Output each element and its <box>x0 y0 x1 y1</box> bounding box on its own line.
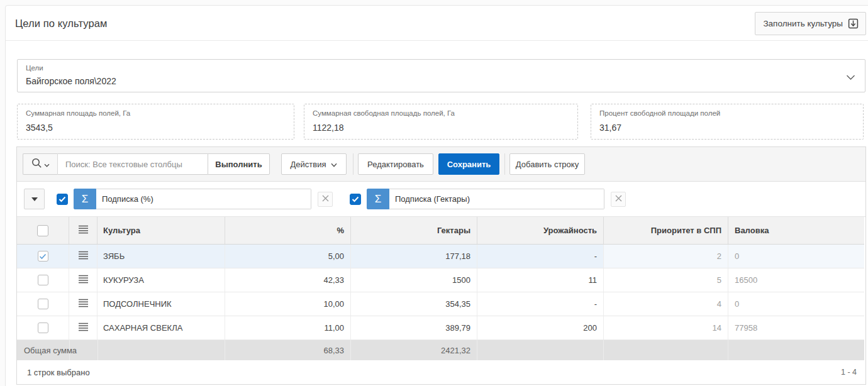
chevron-down-icon <box>846 72 855 83</box>
column-header-culture[interactable]: Культура <box>97 217 225 244</box>
save-button[interactable]: Сохранить <box>438 153 499 175</box>
caret-down-icon <box>31 197 38 201</box>
region-card: Цели по культурам Заполнить культуры Цел… <box>5 5 868 386</box>
free-percent-label: Процент свободной площади полей <box>599 109 720 117</box>
goals-select-value: Байгорское поля\2022 <box>26 76 116 86</box>
cell-gross: 77958 <box>728 316 864 339</box>
cell-culture[interactable]: ПОДСОЛНЕЧНИК <box>97 292 225 316</box>
cell-yield[interactable]: 11 <box>477 268 604 292</box>
free-percent-field: Процент свободной площади полей 31,67 <box>591 104 864 140</box>
cell-hectares[interactable]: 177,18 <box>351 245 477 268</box>
row-select-cell <box>17 316 69 339</box>
cell-hectares[interactable]: 1500 <box>351 268 477 292</box>
aggregation-menu-button[interactable] <box>24 189 45 209</box>
fill-cultures-label: Заполнить культуры <box>763 19 843 28</box>
cell-priority: 2 <box>604 245 728 268</box>
sigma-button[interactable]: Σ <box>367 189 389 209</box>
search-options-button[interactable] <box>23 153 58 175</box>
edit-button[interactable]: Редактировать <box>358 153 433 175</box>
column-header-yield[interactable]: Урожайность <box>477 217 604 244</box>
cell-percent[interactable]: 5,00 <box>225 245 351 268</box>
grid-footer: 1 строк выбрано 1 - 4 <box>17 360 865 384</box>
actions-menu-button[interactable]: Действия <box>281 153 347 175</box>
aggregate-row: Общая сумма 68,33 2421,32 <box>17 340 864 360</box>
total-area-field: Суммарная площадь полей, Га 3543,5 <box>17 104 294 140</box>
row-checkbox-checked[interactable] <box>38 251 48 262</box>
menu-icon[interactable] <box>79 299 88 309</box>
free-area-label: Суммарная свободная площадь полей, Га <box>313 109 455 117</box>
row-checkbox[interactable] <box>38 275 48 285</box>
fill-cultures-button[interactable]: Заполнить культуры <box>755 12 866 35</box>
selection-status: 1 строк выбрано <box>27 368 90 377</box>
table-row[interactable]: ПОДСОЛНЕЧНИК 10,00 354,35 - 4 0 <box>17 292 864 316</box>
cell-priority: 5 <box>604 268 728 292</box>
free-percent-value: 31,67 <box>599 123 621 133</box>
cell-percent[interactable]: 10,00 <box>225 292 351 316</box>
chevron-down-icon <box>331 160 337 169</box>
table-row[interactable]: ЗЯБЬ 5,00 177,18 - 2 0 <box>17 245 864 268</box>
cell-gross: 16500 <box>728 268 864 292</box>
search-input[interactable] <box>58 153 208 175</box>
add-row-button[interactable]: Добавить строку <box>509 153 585 175</box>
page-title: Цели по культурам <box>15 18 107 30</box>
column-header-priority[interactable]: Приоритет в СПП <box>604 217 728 244</box>
grid-toolbar: Выполнить Действия Редактировать Сохрани… <box>17 147 865 182</box>
goals-select[interactable]: Цели Байгорское поля\2022 <box>17 59 865 92</box>
cell-percent[interactable]: 42,33 <box>225 268 351 292</box>
close-icon <box>322 194 329 204</box>
grid-table: Культура % Гектары Урожайность Приоритет… <box>17 217 864 360</box>
cell-gross: 0 <box>728 245 864 268</box>
actions-label: Действия <box>291 160 326 169</box>
cell-culture[interactable]: КУКУРУЗА <box>97 268 225 292</box>
remove-aggregation-2-button[interactable] <box>611 192 626 207</box>
menu-icon[interactable] <box>79 275 88 285</box>
chevron-down-icon <box>44 160 50 169</box>
aggregation-2-input[interactable] <box>389 189 604 209</box>
row-checkbox[interactable] <box>38 323 48 333</box>
select-all-cell <box>17 217 69 244</box>
cell-culture[interactable]: САХАРНАЯ СВЕКЛА <box>97 316 225 339</box>
cell-percent[interactable]: 11,00 <box>225 316 351 339</box>
aggregation-2-checkbox[interactable] <box>350 194 361 205</box>
row-menu-cell <box>69 292 97 316</box>
column-header-hectares[interactable]: Гектары <box>351 217 477 244</box>
aggregation-1-input[interactable] <box>96 189 311 209</box>
row-checkbox[interactable] <box>38 299 48 309</box>
aggregation-1-group: Σ <box>74 189 311 209</box>
row-menu-cell <box>69 316 97 339</box>
cell-yield[interactable]: - <box>477 292 604 316</box>
cell-priority: 14 <box>604 316 728 339</box>
total-area-label: Суммарная площадь полей, Га <box>26 109 130 117</box>
aggregate-percent: 68,33 <box>225 340 351 360</box>
cell-gross: 0 <box>728 292 864 316</box>
row-select-cell <box>17 245 69 268</box>
aggregate-hectares: 2421,32 <box>351 340 477 360</box>
column-header-gross[interactable]: Валовка <box>728 217 864 244</box>
cell-yield[interactable]: - <box>477 245 604 268</box>
menu-icon[interactable] <box>79 323 88 333</box>
aggregate-empty-cell <box>728 340 864 360</box>
remove-aggregation-1-button[interactable] <box>318 192 333 207</box>
search-icon <box>31 158 42 170</box>
aggregate-empty-cell <box>604 340 728 360</box>
row-menu-cell <box>69 268 97 292</box>
aggregation-1-checkbox[interactable] <box>57 194 68 205</box>
menu-icon[interactable] <box>79 251 88 262</box>
aggregation-2-group: Σ <box>367 189 604 209</box>
cell-hectares[interactable]: 389,79 <box>351 316 477 339</box>
select-all-checkbox[interactable] <box>37 225 48 236</box>
row-select-cell <box>17 268 69 292</box>
cell-hectares[interactable]: 354,35 <box>351 292 477 316</box>
cell-culture[interactable]: ЗЯБЬ <box>97 245 225 268</box>
toolbar-separator <box>504 153 505 175</box>
row-select-cell <box>17 292 69 316</box>
table-row[interactable]: КУКУРУЗА 42,33 1500 11 5 16500 <box>17 268 864 292</box>
interactive-grid: Выполнить Действия Редактировать Сохрани… <box>16 146 866 385</box>
cell-yield[interactable]: 200 <box>477 316 604 339</box>
column-header-percent[interactable]: % <box>225 217 351 244</box>
close-icon <box>615 194 622 204</box>
go-button[interactable]: Выполнить <box>208 153 270 175</box>
sigma-button[interactable]: Σ <box>74 189 96 209</box>
summary-fields-row: Суммарная площадь полей, Га 3543,5 Сумма… <box>17 104 864 140</box>
table-row[interactable]: САХАРНАЯ СВЕКЛА 11,00 389,79 200 14 7795… <box>17 316 864 340</box>
